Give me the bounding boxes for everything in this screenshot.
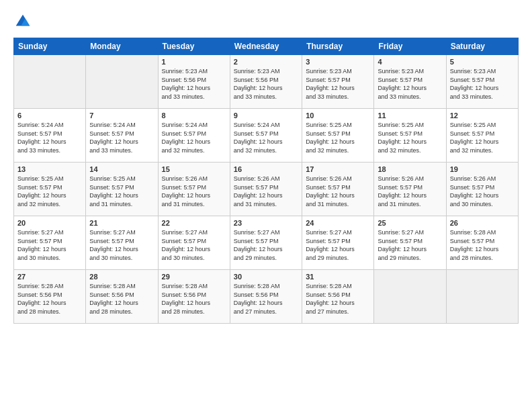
calendar-cell: 3Sunrise: 5:23 AM Sunset: 5:57 PM Daylig… — [302, 55, 374, 109]
calendar-cell: 11Sunrise: 5:25 AM Sunset: 5:57 PM Dayli… — [374, 109, 446, 163]
day-number: 21 — [89, 219, 154, 227]
day-number: 3 — [306, 58, 370, 66]
calendar-day-header: Sunday — [14, 38, 86, 55]
calendar-cell: 24Sunrise: 5:27 AM Sunset: 5:57 PM Dayli… — [302, 216, 374, 270]
day-number: 6 — [17, 111, 82, 120]
day-info: Sunrise: 5:28 AM Sunset: 5:56 PM Dayligh… — [234, 282, 298, 316]
day-info: Sunrise: 5:24 AM Sunset: 5:57 PM Dayligh… — [89, 121, 154, 154]
calendar-cell: 6Sunrise: 5:24 AM Sunset: 5:57 PM Daylig… — [14, 109, 86, 163]
calendar-cell: 9Sunrise: 5:24 AM Sunset: 5:57 PM Daylig… — [230, 109, 302, 163]
calendar-cell: 8Sunrise: 5:24 AM Sunset: 5:57 PM Daylig… — [158, 109, 230, 163]
day-number: 20 — [17, 219, 82, 227]
day-number: 27 — [17, 273, 82, 281]
day-info: Sunrise: 5:27 AM Sunset: 5:57 PM Dayligh… — [378, 228, 442, 262]
calendar-cell: 18Sunrise: 5:26 AM Sunset: 5:57 PM Dayli… — [374, 163, 446, 216]
day-info: Sunrise: 5:23 AM Sunset: 5:56 PM Dayligh… — [234, 67, 298, 101]
day-info: Sunrise: 5:27 AM Sunset: 5:57 PM Dayligh… — [234, 228, 298, 262]
calendar-header-row: SundayMondayTuesdayWednesdayThursdayFrid… — [14, 38, 519, 55]
calendar-table: SundayMondayTuesdayWednesdayThursdayFrid… — [13, 38, 519, 324]
day-info: Sunrise: 5:26 AM Sunset: 5:57 PM Dayligh… — [378, 175, 442, 208]
day-number: 14 — [89, 165, 154, 173]
calendar-cell: 5Sunrise: 5:23 AM Sunset: 5:57 PM Daylig… — [446, 55, 518, 109]
calendar-cell: 12Sunrise: 5:25 AM Sunset: 5:57 PM Dayli… — [446, 109, 518, 163]
day-info: Sunrise: 5:28 AM Sunset: 5:56 PM Dayligh… — [162, 282, 226, 316]
day-info: Sunrise: 5:27 AM Sunset: 5:57 PM Dayligh… — [306, 228, 370, 262]
day-number: 29 — [162, 273, 226, 281]
day-number: 22 — [162, 219, 226, 227]
calendar-day-header: Saturday — [446, 38, 518, 55]
calendar-cell: 15Sunrise: 5:26 AM Sunset: 5:57 PM Dayli… — [158, 163, 230, 216]
day-info: Sunrise: 5:26 AM Sunset: 5:57 PM Dayligh… — [306, 175, 370, 208]
day-number: 25 — [378, 219, 442, 227]
calendar-cell: 19Sunrise: 5:26 AM Sunset: 5:57 PM Dayli… — [446, 163, 518, 216]
day-number: 7 — [89, 111, 154, 120]
day-number: 15 — [162, 165, 226, 173]
day-info: Sunrise: 5:28 AM Sunset: 5:56 PM Dayligh… — [89, 282, 154, 316]
logo-icon — [13, 12, 32, 31]
day-info: Sunrise: 5:28 AM Sunset: 5:57 PM Dayligh… — [450, 228, 515, 262]
day-number: 1 — [162, 58, 226, 66]
day-info: Sunrise: 5:23 AM Sunset: 5:56 PM Dayligh… — [162, 67, 226, 101]
day-info: Sunrise: 5:24 AM Sunset: 5:57 PM Dayligh… — [17, 121, 82, 154]
calendar-cell — [446, 270, 518, 324]
day-number: 30 — [234, 273, 298, 281]
day-info: Sunrise: 5:26 AM Sunset: 5:57 PM Dayligh… — [162, 175, 226, 208]
day-number: 12 — [450, 111, 515, 120]
day-info: Sunrise: 5:23 AM Sunset: 5:57 PM Dayligh… — [378, 67, 442, 101]
calendar-day-header: Thursday — [302, 38, 374, 55]
calendar-cell: 20Sunrise: 5:27 AM Sunset: 5:57 PM Dayli… — [14, 216, 86, 270]
calendar-cell: 29Sunrise: 5:28 AM Sunset: 5:56 PM Dayli… — [158, 270, 230, 324]
day-info: Sunrise: 5:26 AM Sunset: 5:57 PM Dayligh… — [234, 175, 298, 208]
calendar-cell: 4Sunrise: 5:23 AM Sunset: 5:57 PM Daylig… — [374, 55, 446, 109]
day-number: 26 — [450, 219, 515, 227]
day-info: Sunrise: 5:24 AM Sunset: 5:57 PM Dayligh… — [162, 121, 226, 154]
day-number: 10 — [306, 111, 370, 120]
calendar-cell — [86, 55, 158, 109]
calendar-cell: 31Sunrise: 5:28 AM Sunset: 5:56 PM Dayli… — [302, 270, 374, 324]
day-number: 4 — [378, 58, 442, 66]
calendar-cell — [14, 55, 86, 109]
calendar-cell: 1Sunrise: 5:23 AM Sunset: 5:56 PM Daylig… — [158, 55, 230, 109]
day-info: Sunrise: 5:24 AM Sunset: 5:57 PM Dayligh… — [234, 121, 298, 154]
calendar-cell: 13Sunrise: 5:25 AM Sunset: 5:57 PM Dayli… — [14, 163, 86, 216]
calendar-week-row: 27Sunrise: 5:28 AM Sunset: 5:56 PM Dayli… — [14, 270, 519, 324]
day-info: Sunrise: 5:25 AM Sunset: 5:57 PM Dayligh… — [306, 121, 370, 154]
day-info: Sunrise: 5:25 AM Sunset: 5:57 PM Dayligh… — [450, 121, 515, 154]
day-number: 17 — [306, 165, 370, 173]
calendar-week-row: 20Sunrise: 5:27 AM Sunset: 5:57 PM Dayli… — [14, 216, 519, 270]
day-info: Sunrise: 5:27 AM Sunset: 5:57 PM Dayligh… — [17, 228, 82, 262]
calendar-cell: 26Sunrise: 5:28 AM Sunset: 5:57 PM Dayli… — [446, 216, 518, 270]
day-number: 2 — [234, 58, 298, 66]
day-info: Sunrise: 5:23 AM Sunset: 5:57 PM Dayligh… — [306, 67, 370, 101]
day-number: 5 — [450, 58, 515, 66]
day-info: Sunrise: 5:25 AM Sunset: 5:57 PM Dayligh… — [89, 175, 154, 208]
header — [13, 12, 519, 31]
calendar-cell: 14Sunrise: 5:25 AM Sunset: 5:57 PM Dayli… — [86, 163, 158, 216]
day-info: Sunrise: 5:23 AM Sunset: 5:57 PM Dayligh… — [450, 67, 515, 101]
day-number: 23 — [234, 219, 298, 227]
calendar-cell: 25Sunrise: 5:27 AM Sunset: 5:57 PM Dayli… — [374, 216, 446, 270]
day-number: 11 — [378, 111, 442, 120]
calendar-week-row: 1Sunrise: 5:23 AM Sunset: 5:56 PM Daylig… — [14, 55, 519, 109]
calendar-cell: 22Sunrise: 5:27 AM Sunset: 5:57 PM Dayli… — [158, 216, 230, 270]
logo — [13, 12, 35, 31]
calendar-cell: 23Sunrise: 5:27 AM Sunset: 5:57 PM Dayli… — [230, 216, 302, 270]
day-number: 9 — [234, 111, 298, 120]
day-info: Sunrise: 5:26 AM Sunset: 5:57 PM Dayligh… — [450, 175, 515, 208]
day-info: Sunrise: 5:27 AM Sunset: 5:57 PM Dayligh… — [89, 228, 154, 262]
calendar-day-header: Monday — [86, 38, 158, 55]
calendar-week-row: 13Sunrise: 5:25 AM Sunset: 5:57 PM Dayli… — [14, 163, 519, 216]
calendar-day-header: Tuesday — [158, 38, 230, 55]
day-info: Sunrise: 5:25 AM Sunset: 5:57 PM Dayligh… — [17, 175, 82, 208]
calendar-cell: 7Sunrise: 5:24 AM Sunset: 5:57 PM Daylig… — [86, 109, 158, 163]
calendar-cell: 2Sunrise: 5:23 AM Sunset: 5:56 PM Daylig… — [230, 55, 302, 109]
day-number: 24 — [306, 219, 370, 227]
day-info: Sunrise: 5:25 AM Sunset: 5:57 PM Dayligh… — [378, 121, 442, 154]
calendar-cell — [374, 270, 446, 324]
calendar-day-header: Friday — [374, 38, 446, 55]
calendar-cell: 27Sunrise: 5:28 AM Sunset: 5:56 PM Dayli… — [14, 270, 86, 324]
page: SundayMondayTuesdayWednesdayThursdayFrid… — [0, 0, 532, 411]
day-number: 31 — [306, 273, 370, 281]
calendar-cell: 17Sunrise: 5:26 AM Sunset: 5:57 PM Dayli… — [302, 163, 374, 216]
calendar-cell: 10Sunrise: 5:25 AM Sunset: 5:57 PM Dayli… — [302, 109, 374, 163]
